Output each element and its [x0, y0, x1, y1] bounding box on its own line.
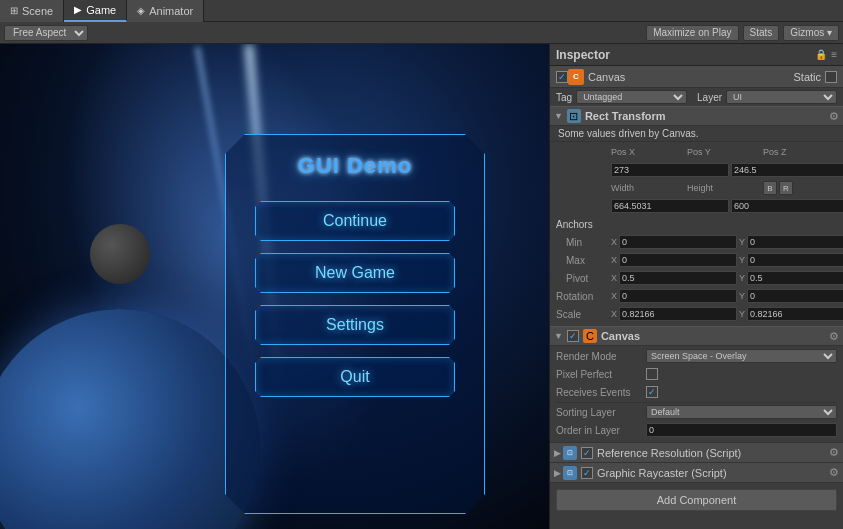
- canvas-enabled-checkbox[interactable]: [556, 71, 568, 83]
- canvas-object-row: C Canvas Static: [550, 66, 843, 88]
- height-input[interactable]: [731, 199, 843, 213]
- height-label: Height: [687, 183, 713, 193]
- order-in-layer-label: Order in Layer: [556, 425, 646, 436]
- inspector-panel: Inspector 🔒 ≡ C Canvas Static Tag Untagg…: [549, 44, 843, 529]
- anchor-max-label: Max: [556, 255, 611, 266]
- pixel-perfect-checkbox[interactable]: [646, 368, 658, 380]
- ref-res-gear[interactable]: ⚙: [829, 446, 839, 459]
- posx-label: Pos X: [611, 147, 635, 157]
- add-component-btn[interactable]: Add Component: [556, 489, 837, 511]
- anchor-min-row: Min X Y: [556, 234, 837, 250]
- layer-select[interactable]: UI: [726, 90, 837, 104]
- anchor-min-label: Min: [556, 237, 611, 248]
- rect-transform-gear[interactable]: ⚙: [829, 110, 839, 123]
- canvas-section-checkbox[interactable]: [567, 330, 579, 342]
- pos-x-input[interactable]: [611, 163, 729, 177]
- rect-transform-warning: Some values driven by Canvas.: [550, 126, 843, 142]
- receives-events-checkbox[interactable]: [646, 386, 658, 398]
- scene-icon: ⊞: [10, 5, 18, 16]
- game-icon: ▶: [74, 4, 82, 15]
- planet-small: [90, 224, 150, 284]
- aspect-select[interactable]: Free Aspect: [4, 25, 88, 41]
- graphic-raycaster-row[interactable]: ▶ ⊡ Graphic Raycaster (Script) ⚙: [550, 463, 843, 483]
- tag-select[interactable]: Untagged: [576, 90, 687, 104]
- r-button[interactable]: R: [779, 181, 793, 195]
- pivot-x[interactable]: [619, 271, 737, 285]
- main-layout: GUI Demo Continue New Game Settings Quit…: [0, 44, 843, 529]
- scale-x[interactable]: [619, 307, 737, 321]
- canvas-divider: [556, 402, 837, 403]
- game-toolbar: Free Aspect Maximize on Play Stats Gizmo…: [0, 22, 843, 44]
- menu-icon[interactable]: ≡: [831, 49, 837, 60]
- canvas-object-icon: C: [568, 69, 584, 85]
- order-in-layer-row: Order in Layer: [556, 422, 837, 438]
- top-tab-bar: ⊞ Scene ▶ Game ◈ Animator: [0, 0, 843, 22]
- gizmos-btn[interactable]: Gizmos ▾: [783, 25, 839, 41]
- tag-layer-row: Tag Untagged Layer UI: [550, 88, 843, 106]
- posy-label: Pos Y: [687, 147, 711, 157]
- stats-btn[interactable]: Stats: [743, 25, 780, 41]
- ref-res-name: Reference Resolution (Script): [597, 447, 829, 459]
- tab-animator[interactable]: ◈ Animator: [127, 0, 204, 22]
- anchors-label: Anchors: [556, 219, 611, 230]
- pixel-perfect-label: Pixel Perfect: [556, 369, 646, 380]
- tab-scene[interactable]: ⊞ Scene: [0, 0, 64, 22]
- graphic-ray-checkbox[interactable]: [581, 467, 593, 479]
- rect-transform-section-header[interactable]: ▼ ⊡ Rect Transform ⚙: [550, 106, 843, 126]
- render-mode-row: Render Mode Screen Space - Overlay: [556, 348, 837, 364]
- graphic-ray-gear[interactable]: ⚙: [829, 466, 839, 479]
- reference-resolution-row[interactable]: ▶ ⊡ Reference Resolution (Script) ⚙: [550, 443, 843, 463]
- tab-game[interactable]: ▶ Game: [64, 0, 127, 22]
- add-component-section: Add Component: [550, 483, 843, 517]
- width-height-labels-row: Width Height B R: [556, 180, 837, 196]
- canvas-object-name: Canvas: [588, 71, 793, 83]
- inspector-title: Inspector: [556, 48, 610, 62]
- game-viewport: GUI Demo Continue New Game Settings Quit: [0, 44, 549, 529]
- anchor-min-x[interactable]: [619, 235, 737, 249]
- rot-y[interactable]: [747, 289, 843, 303]
- anchors-row: Anchors: [556, 216, 837, 232]
- canvas-section-gear[interactable]: ⚙: [829, 330, 839, 343]
- pivot-label: Pivot: [556, 273, 611, 284]
- scale-label: Scale: [556, 309, 611, 320]
- ref-res-checkbox[interactable]: [581, 447, 593, 459]
- width-height-values-row: [556, 198, 837, 214]
- sorting-layer-select[interactable]: Default: [646, 405, 837, 419]
- rect-transform-triangle: ▼: [554, 111, 563, 121]
- rotation-row: Rotation X Y Z: [556, 288, 837, 304]
- scale-y[interactable]: [747, 307, 843, 321]
- ref-res-triangle: ▶: [554, 448, 561, 458]
- canvas-section-header[interactable]: ▼ C Canvas ⚙: [550, 326, 843, 346]
- anchor-min-y[interactable]: [747, 235, 843, 249]
- width-input[interactable]: [611, 199, 729, 213]
- receives-events-row: Receives Events: [556, 384, 837, 400]
- posz-label: Pos Z: [763, 147, 787, 157]
- inspector-header: Inspector 🔒 ≡: [550, 44, 843, 66]
- lock-icon[interactable]: 🔒: [815, 49, 827, 60]
- inspector-icons: 🔒 ≡: [815, 49, 837, 60]
- rot-x[interactable]: [619, 289, 737, 303]
- graphic-ray-triangle: ▶: [554, 468, 561, 478]
- maximize-on-play-btn[interactable]: Maximize on Play: [646, 25, 738, 41]
- anchor-max-y[interactable]: [747, 253, 843, 267]
- render-mode-label: Render Mode: [556, 351, 646, 362]
- render-mode-select[interactable]: Screen Space - Overlay: [646, 349, 837, 363]
- continue-btn[interactable]: Continue: [255, 201, 455, 241]
- static-checkbox[interactable]: [825, 71, 837, 83]
- anchor-max-row: Max X Y: [556, 252, 837, 268]
- pivot-y[interactable]: [747, 271, 843, 285]
- graphic-ray-icon: ⊡: [563, 466, 577, 480]
- settings-btn[interactable]: Settings: [255, 305, 455, 345]
- quit-btn[interactable]: Quit: [255, 357, 455, 397]
- receives-events-label: Receives Events: [556, 387, 646, 398]
- sorting-layer-label: Sorting Layer: [556, 407, 646, 418]
- anchor-max-x[interactable]: [619, 253, 737, 267]
- b-button[interactable]: B: [763, 181, 777, 195]
- pos-y-input[interactable]: [731, 163, 843, 177]
- new-game-btn[interactable]: New Game: [255, 253, 455, 293]
- rotation-label: Rotation: [556, 291, 611, 302]
- scripts-section: ▶ ⊡ Reference Resolution (Script) ⚙ ▶ ⊡ …: [550, 442, 843, 483]
- order-in-layer-input[interactable]: [646, 423, 837, 437]
- pixel-perfect-row: Pixel Perfect: [556, 366, 837, 382]
- rect-transform-title: Rect Transform: [585, 110, 829, 122]
